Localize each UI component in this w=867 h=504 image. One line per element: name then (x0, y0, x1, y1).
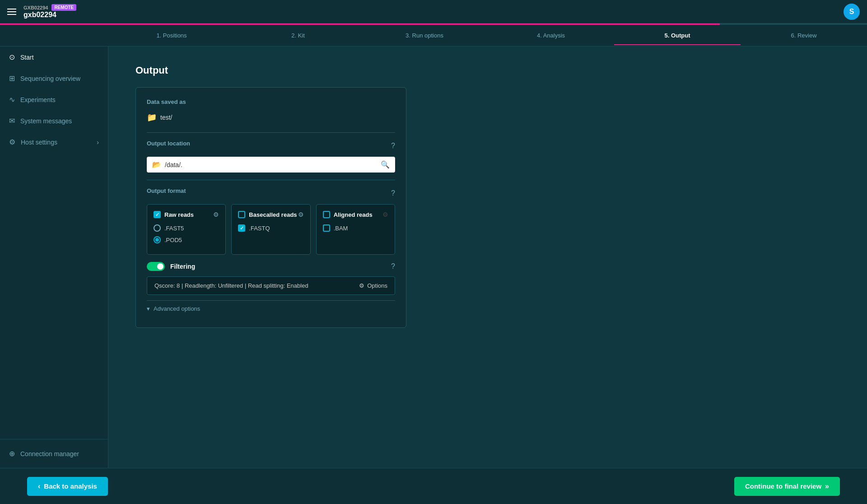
step-run-options[interactable]: 3. Run options (361, 26, 488, 45)
sidebar-item-label-host-settings: Host settings (21, 139, 57, 146)
filtering-details: Qscore: 8 | Readlength: Unfiltered | Rea… (147, 276, 395, 295)
grid-icon: ⊞ (9, 74, 15, 83)
filtering-toggle[interactable] (147, 262, 165, 271)
format-cards: Raw reads ⚙ .FAST5 .POD5 (147, 204, 395, 255)
sidebar: ⊙ Start ⊞ Sequencing overview ∿ Experime… (0, 47, 108, 468)
message-icon: ✉ (9, 117, 15, 125)
raw-reads-gear-icon[interactable]: ⚙ (213, 211, 219, 218)
output-location-label: Output location (147, 140, 190, 147)
format-card-raw-reads: Raw reads ⚙ .FAST5 .POD5 (147, 204, 226, 255)
step-analysis[interactable]: 4. Analysis (488, 26, 614, 45)
remote-badge: REMOTE (51, 4, 76, 11)
sidebar-item-sequencing-overview[interactable]: ⊞ Sequencing overview (0, 68, 108, 89)
chevron-down-icon: ▾ (147, 305, 150, 312)
fastq-option[interactable]: .FASTQ (238, 224, 303, 232)
bottom-bar: ‹ Back to analysis Continue to final rev… (0, 468, 867, 504)
fastq-label: .FASTQ (249, 225, 270, 232)
output-folder-icon: 📂 (152, 160, 161, 169)
step-positions[interactable]: 1. Positions (108, 26, 235, 45)
filtering-row: Filtering ? (147, 262, 395, 271)
pod5-label: .POD5 (164, 237, 182, 243)
back-chevron-icon: ‹ (38, 482, 40, 490)
pod5-option[interactable]: .POD5 (154, 236, 219, 243)
basecalled-reads-gear-icon[interactable]: ⚙ (298, 211, 304, 218)
back-button-label: Back to analysis (44, 482, 97, 490)
start-icon: ⊙ (9, 53, 15, 61)
step-output[interactable]: 5. Output (614, 26, 741, 45)
back-to-analysis-button[interactable]: ‹ Back to analysis (27, 477, 108, 496)
search-icon[interactable]: 🔍 (381, 160, 390, 169)
step-review[interactable]: 6. Review (741, 26, 867, 45)
sidebar-item-label-sequencing-overview: Sequencing overview (20, 75, 80, 82)
top-bar: GXB02294 REMOTE gxb02294 S (0, 0, 867, 23)
bam-label: .BAM (334, 225, 348, 232)
user-avatar[interactable]: S (844, 4, 860, 20)
continue-to-final-review-button[interactable]: Continue to final review » (734, 477, 840, 496)
folder-icon: 📁 (147, 112, 157, 122)
continue-chevron-icon: » (825, 482, 829, 490)
continue-button-label: Continue to final review (745, 482, 821, 490)
folder-path: test/ (160, 114, 172, 121)
sidebar-item-experiments[interactable]: ∿ Experiments (0, 89, 108, 110)
raw-reads-title: Raw reads (164, 211, 194, 218)
steps-nav: 1. Positions 2. Kit 3. Run options 4. An… (0, 25, 867, 47)
pod5-radio[interactable] (154, 236, 161, 243)
fast5-option[interactable]: .FAST5 (154, 224, 219, 232)
basecalled-reads-title: Basecalled reads (249, 211, 297, 218)
aligned-reads-checkbox[interactable] (323, 211, 330, 218)
filtering-label: Filtering (170, 263, 195, 270)
options-label: Options (367, 282, 387, 289)
sidebar-item-label-system-messages: System messages (20, 117, 72, 125)
filtering-help-icon[interactable]: ? (391, 262, 395, 271)
sidebar-item-system-messages[interactable]: ✉ System messages (0, 110, 108, 131)
gear-options-icon: ⚙ (359, 282, 364, 289)
folder-row: 📁 test/ (147, 110, 395, 125)
sidebar-item-start[interactable]: ⊙ Start (0, 47, 108, 68)
format-card-aligned-reads: Aligned reads ⚙ .BAM (316, 204, 395, 255)
connection-icon: ⊕ (9, 449, 15, 458)
aligned-reads-gear-icon[interactable]: ⚙ (382, 211, 388, 218)
advanced-options-label: Advanced options (154, 305, 200, 312)
fast5-radio[interactable] (154, 224, 161, 232)
page-title: Output (135, 65, 840, 76)
sidebar-item-connection-manager[interactable]: ⊕ Connection manager (0, 443, 108, 464)
output-format-help-icon[interactable]: ? (391, 189, 395, 197)
sidebar-item-label-connection-manager: Connection manager (20, 450, 79, 457)
aligned-reads-title: Aligned reads (334, 211, 373, 218)
sidebar-item-label-experiments: Experiments (20, 96, 56, 103)
filtering-details-text: Qscore: 8 | Readlength: Unfiltered | Rea… (154, 282, 308, 289)
hamburger-menu[interactable] (7, 9, 16, 15)
data-saved-label: Data saved as (147, 98, 395, 105)
advanced-options-toggle[interactable]: ▾ Advanced options (147, 300, 395, 317)
raw-reads-checkbox[interactable] (154, 211, 161, 218)
options-button[interactable]: ⚙ Options (359, 282, 387, 289)
bam-option[interactable]: .BAM (323, 224, 388, 232)
device-id: GXB02294 (23, 5, 48, 10)
format-card-basecalled-reads: Basecalled reads ⚙ .FASTQ (231, 204, 310, 255)
output-location-field[interactable] (165, 161, 377, 168)
basecalled-reads-checkbox[interactable] (238, 211, 245, 218)
sidebar-item-label-start: Start (20, 54, 34, 61)
output-location-input-wrapper: 📂 🔍 (147, 157, 395, 173)
sidebar-item-host-settings[interactable]: ⚙ Host settings › (0, 131, 108, 153)
settings-icon: ⚙ (9, 138, 15, 146)
output-format-label: Output format (147, 187, 186, 194)
output-location-help-icon[interactable]: ? (391, 142, 395, 150)
sidebar-bottom: ⊕ Connection manager (0, 439, 108, 468)
chart-icon: ∿ (9, 95, 15, 104)
step-kit[interactable]: 2. Kit (235, 26, 361, 45)
fastq-checkbox[interactable] (238, 224, 245, 232)
content-area: Output Data saved as 📁 test/ Output loca… (108, 47, 867, 468)
main-layout: ⊙ Start ⊞ Sequencing overview ∿ Experime… (0, 47, 867, 468)
chevron-right-icon: › (97, 139, 99, 146)
device-info: GXB02294 REMOTE gxb02294 (23, 4, 76, 19)
fast5-label: .FAST5 (164, 225, 184, 232)
device-name: gxb02294 (23, 11, 76, 19)
output-card: Data saved as 📁 test/ Output location ? … (135, 87, 406, 328)
bam-checkbox[interactable] (323, 224, 330, 232)
